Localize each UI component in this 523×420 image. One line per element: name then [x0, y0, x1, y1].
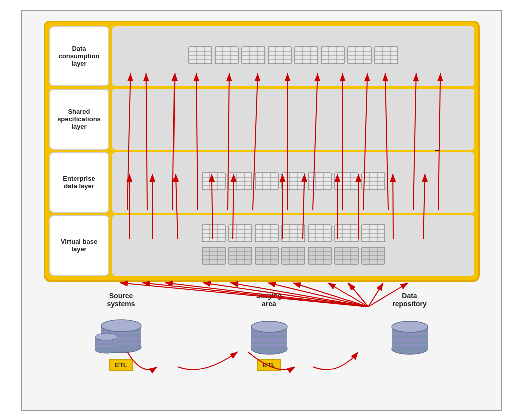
label-consumption: Dataconsumptionlayer [49, 26, 109, 87]
table-icon [228, 224, 252, 244]
table-icon [308, 224, 332, 244]
svg-rect-185 [96, 345, 117, 347]
table-icon [334, 172, 359, 192]
svg-rect-190 [252, 333, 287, 335]
svg-rect-198 [392, 338, 427, 341]
label-virtual: Virtual baselayer [49, 215, 109, 276]
table-icon [188, 46, 212, 66]
staging-area-db [249, 311, 289, 356]
content-virtual [112, 215, 474, 276]
svg-rect-184 [96, 341, 117, 343]
table-icon [308, 247, 332, 267]
table-icon [334, 224, 359, 244]
data-repository-group: Datarepository [390, 292, 430, 356]
table-icon [281, 247, 305, 267]
table-icon [294, 46, 318, 66]
table-icon [202, 224, 226, 244]
svg-point-186 [95, 333, 117, 340]
content-enterprise [112, 152, 474, 213]
source-systems-db [94, 311, 149, 356]
table-icon [281, 224, 305, 244]
svg-point-193 [251, 321, 287, 332]
table-icon [255, 247, 279, 267]
table-icon [215, 46, 239, 66]
table-icon [255, 224, 279, 244]
data-repository-label: Datarepository [392, 292, 426, 308]
tables-consumption [188, 46, 398, 66]
svg-point-180 [101, 320, 141, 332]
table-icon [361, 172, 385, 192]
layer-row-consumption: Dataconsumptionlayer [49, 26, 474, 87]
source-etl-box: ETL [109, 359, 133, 371]
outer-container: JDV Data Virtualization Dataconsumptionl… [21, 10, 502, 411]
main-wrapper: JDV Data Virtualization Dataconsumptionl… [21, 10, 502, 411]
table-icon [255, 172, 279, 192]
table-icon [347, 46, 372, 66]
content-consumption [112, 26, 474, 87]
source-systems-label: Sourcesystems [107, 292, 135, 308]
svg-rect-199 [392, 344, 427, 346]
jdv-frame: JDV Data Virtualization Dataconsumptionl… [44, 21, 480, 282]
tables-virtual-row2 [202, 247, 385, 267]
table-icon [241, 46, 265, 66]
layer-row-virtual: Virtual baselayer [49, 215, 474, 276]
content-shared [112, 89, 474, 150]
table-icon [228, 172, 252, 192]
staging-area-group: Stagingarea ETL [249, 292, 289, 371]
table-icon [361, 224, 385, 244]
table-icon [228, 247, 252, 267]
svg-rect-191 [252, 338, 287, 341]
svg-point-200 [392, 321, 428, 332]
label-enterprise: Enterprisedata layer [49, 152, 109, 213]
table-icon [321, 46, 345, 66]
staging-area-label: Stagingarea [256, 292, 282, 308]
table-icon [202, 172, 226, 192]
layer-row-shared: Sharedspecificationslayer [49, 89, 474, 150]
table-icon [202, 247, 226, 267]
label-shared: Sharedspecificationslayer [49, 89, 109, 150]
table-icon [361, 247, 385, 267]
svg-rect-192 [252, 344, 287, 346]
table-icon [374, 46, 398, 66]
source-systems-group: Sourcesystems [94, 292, 149, 371]
table-icon [281, 172, 305, 192]
table-icon [334, 247, 359, 267]
tables-virtual-row1 [202, 224, 385, 244]
tables-enterprise [202, 172, 385, 192]
table-icon [268, 46, 292, 66]
layer-row-enterprise: Enterprisedata layer [49, 152, 474, 213]
svg-rect-197 [392, 333, 427, 335]
staging-etl-box: ETL [257, 359, 281, 371]
table-icon [308, 172, 332, 192]
bottom-section: Sourcesystems [44, 287, 480, 402]
data-repository-db [390, 311, 430, 356]
